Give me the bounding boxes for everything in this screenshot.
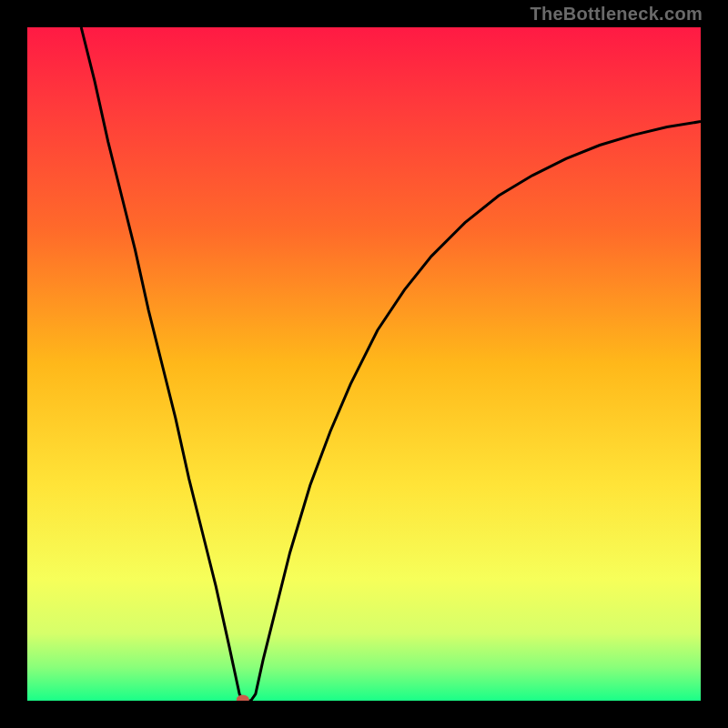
bottleneck-chart [27,27,701,701]
plot-frame [27,27,701,701]
attribution-text: TheBottleneck.com [530,4,703,25]
gradient-background [27,27,701,701]
